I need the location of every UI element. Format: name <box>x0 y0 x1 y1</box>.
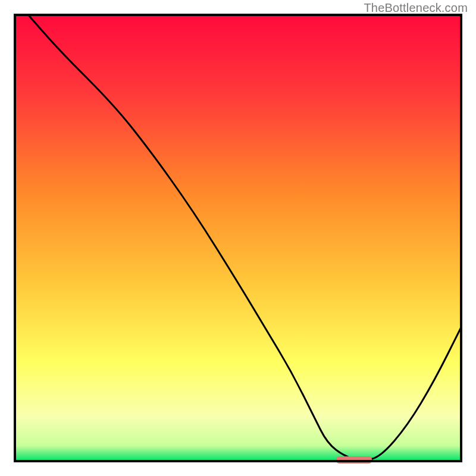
watermark-text: TheBottleneck.com <box>364 1 468 15</box>
chart-container: TheBottleneck.com <box>0 0 476 476</box>
bottleneck-chart <box>0 0 476 476</box>
plot-background <box>15 15 461 461</box>
